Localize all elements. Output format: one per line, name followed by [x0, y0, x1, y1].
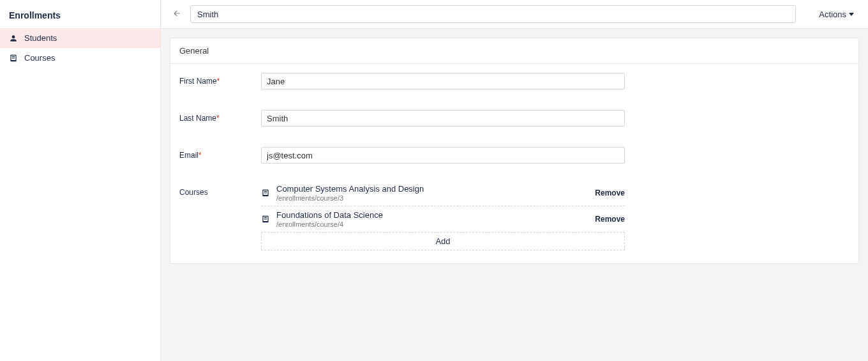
course-path: /enrollments/course/4 — [276, 220, 588, 228]
remove-course-button[interactable]: Remove — [595, 215, 625, 224]
book-icon — [261, 215, 270, 224]
field-last-name: Last Name* — [179, 110, 849, 127]
sidebar-item-label: Students — [24, 33, 57, 43]
sidebar-item-label: Courses — [24, 53, 55, 63]
actions-label: Actions — [819, 10, 846, 19]
sidebar-item-students[interactable]: Students — [0, 28, 160, 48]
last-name-input[interactable] — [261, 110, 625, 127]
course-path: /enrollments/course/3 — [276, 194, 588, 202]
sidebar-title: Enrollments — [0, 0, 160, 28]
main: Actions General First Name* Last Name* — [161, 0, 868, 361]
caret-down-icon — [849, 13, 854, 16]
general-panel: General First Name* Last Name* — [170, 38, 859, 264]
label-courses: Courses — [179, 184, 261, 197]
label-last-name: Last Name* — [179, 110, 261, 123]
actions-dropdown[interactable]: Actions — [814, 7, 859, 22]
sidebar-item-courses[interactable]: Courses — [0, 48, 160, 68]
arrow-left-icon — [172, 9, 181, 20]
field-courses: Courses Computer Systems Analysis and De… — [179, 184, 849, 250]
label-first-name: First Name* — [179, 73, 261, 86]
course-title[interactable]: Foundations of Data Science — [276, 210, 588, 220]
course-row: Foundations of Data Science /enrollments… — [261, 206, 625, 233]
label-email: Email* — [179, 147, 261, 160]
topbar: Actions — [161, 0, 868, 29]
remove-course-button[interactable]: Remove — [595, 188, 625, 197]
first-name-input[interactable] — [261, 73, 625, 89]
add-course-button[interactable]: Add — [261, 233, 625, 250]
course-title[interactable]: Computer Systems Analysis and Design — [276, 184, 588, 194]
book-icon — [261, 188, 270, 197]
sidebar: Enrollments Students Courses — [0, 0, 161, 361]
book-icon — [9, 54, 18, 63]
panel-section-title: General — [170, 38, 858, 64]
email-input[interactable] — [261, 147, 625, 164]
back-button[interactable] — [170, 7, 184, 21]
course-row: Computer Systems Analysis and Design /en… — [261, 184, 625, 206]
record-title-input[interactable] — [190, 5, 796, 23]
person-icon — [9, 34, 18, 43]
field-first-name: First Name* — [179, 73, 849, 89]
field-email: Email* — [179, 147, 849, 164]
